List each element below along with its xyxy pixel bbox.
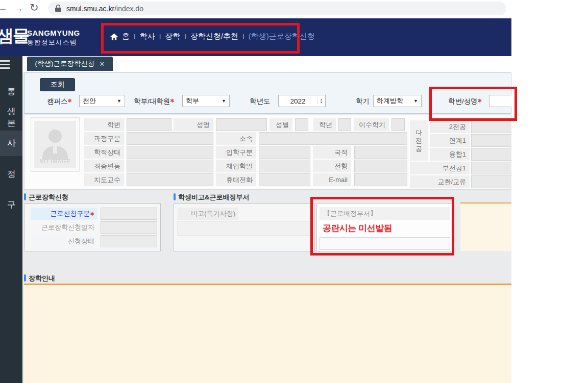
field-exchange [471,175,514,188]
work-type-label: 근로신청구분✱ [31,208,97,220]
remark-note-field [178,221,311,236]
label-linked1: 연계1 [430,134,470,147]
label-gender: 성별 [270,118,292,131]
label-email: E-mail [313,173,351,186]
side-notice-panel [460,202,517,251]
label-readmission: 재입학일 [216,160,256,172]
label-admission: 입학구분 [216,146,256,159]
work-apply-section-title: 근로장학신청 [29,193,68,202]
photo-frame: NO IMAGE [34,121,76,168]
label-name: 성명 [174,118,213,131]
screenshot-root: – → ↻ smul.smu.ac.kr/index.do 샘물 SANGMYU… [0,0,588,383]
sidebar-item-3[interactable]: 사 [0,137,22,149]
field-course [127,132,213,145]
year-value: 2022 [279,97,317,105]
field-nationality [354,146,407,159]
field-last-change [127,160,213,172]
chevron-down-icon: ▼ [117,98,121,104]
work-date-label: 근로장학신청일자 [31,221,97,234]
label-track: 전형 [313,160,351,172]
close-icon[interactable]: ✕ [100,60,105,68]
field-gender [295,118,308,131]
field-status [127,146,213,159]
remark-note-label: 비고(특기사항) [178,208,238,220]
field-grade [338,118,351,131]
tab-label: (학생)근로장학신청 [35,59,95,68]
year-label: 학년도 [250,97,271,106]
label-exchange: 교환/교류 [410,175,470,188]
stepper-down-icon: ▼ [320,101,323,104]
field-semesters [391,118,405,131]
sidebar-item-4[interactable]: 정 [0,168,22,180]
required-asterisk: ✱ [68,98,72,104]
url-host: smul.smu.ac.kr [66,5,114,13]
field-dept [259,132,407,145]
label-hakbun: 학번 [84,118,124,131]
sidebar-item-1[interactable]: 통 [0,86,22,97]
field-convergence1 [471,148,514,161]
field-mobile [259,173,310,186]
reload-icon[interactable]: ↻ [30,3,39,13]
label-grade: 학년 [313,118,336,131]
remark-section-title: 학생비고&근로배정부서 [178,193,249,202]
label-dept: 소속 [216,132,256,145]
section-bullet [24,274,26,282]
division-select[interactable]: 학부▼ [182,95,230,107]
label-minor1: 부전공1 [410,162,470,174]
field-readmission [259,160,310,172]
query-button[interactable]: 조회 [40,78,75,91]
annotation-box-student-id [429,87,517,121]
stepper-arrows[interactable]: ▲▼ [317,98,325,104]
field-minor1 [471,162,514,174]
field-linked1 [471,134,514,147]
annotation-box-assign-dept [310,197,454,256]
field-name [216,118,267,131]
url-bar[interactable]: smul.smu.ac.kr/index.do [48,2,506,15]
browser-toolbar: – → ↻ smul.smu.ac.kr/index.do [0,0,511,18]
section-bullet [174,193,176,200]
field-track [354,160,407,172]
scholarship-info-panel [24,284,511,383]
apply-status-label: 신청상태 [31,235,97,247]
campus-select[interactable]: 천안▼ [79,95,125,107]
label-advisor: 지도교수 [84,173,124,186]
url-path: /index.do [114,5,143,13]
label-convergence1: 융합1 [430,148,470,161]
sidebar: 통 생 본 사 정 구 [0,56,22,383]
label-multi-major: 다전공 [410,120,428,161]
field-email [354,173,407,186]
label-mobile: 휴대전화 [216,173,256,186]
campus-label: 캠퍼스✱ [47,97,72,106]
sidebar-item-2[interactable]: 생 본 [0,106,22,129]
tab-workstudy-apply[interactable]: (학생)근로장학신청 ✕ [27,57,113,71]
chevron-down-icon: ▼ [413,98,418,104]
label-semesters: 이수학기 [354,118,389,131]
label-nationality: 국적 [313,146,351,159]
forward-icon[interactable]: → [13,3,23,13]
work-date-field [101,221,157,234]
label-course: 과정구분 [84,132,124,145]
term-label: 학기 [356,97,370,106]
section-bullet [24,193,26,200]
year-stepper[interactable]: 2022 ▲▼ [278,95,326,107]
division-label: 학부/대학원✱ [134,97,175,106]
no-image-text: NO IMAGE [34,158,76,164]
student-photo-placeholder: NO IMAGE [31,117,80,172]
sidebar-item-5[interactable]: 구 [0,199,22,211]
back-icon[interactable]: – [0,4,6,14]
label-status: 학적상태 [84,146,124,159]
work-type-field [101,208,157,220]
apply-status-field [101,235,157,247]
brand-subtitle: 통합정보시스템 [27,38,77,47]
required-asterisk: ✱ [90,211,94,217]
annotation-box-nav [101,23,300,54]
scholarship-info-title: 장학안내 [29,274,55,283]
url-text: smul.smu.ac.kr/index.do [66,5,143,13]
field-advisor [127,173,213,186]
field-admission [259,146,310,159]
label-second-major: 2전공 [430,120,470,133]
label-last-change: 최종변동 [84,160,124,172]
field-hakbun [127,118,172,131]
screenshot-crop-area [511,0,588,383]
term-select[interactable]: 하계방학▼ [373,95,422,107]
